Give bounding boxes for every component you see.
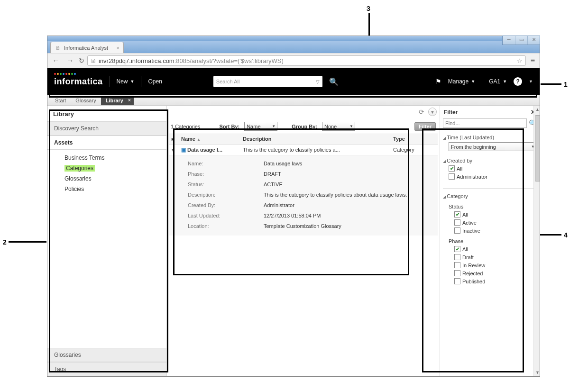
cb-createdby-administrator[interactable]: Administrator	[449, 173, 537, 180]
callout-3: 3	[367, 5, 370, 12]
tab-glossary[interactable]: Glossary	[71, 96, 101, 105]
filter-status-title: Status	[449, 204, 537, 209]
user-label: GA1	[489, 78, 500, 85]
filter-header: Filter ✕	[443, 107, 537, 118]
scrollbar-thumb[interactable]	[535, 115, 540, 181]
browser-tab-strip: Informatica Analyst ×	[47, 41, 540, 53]
detail-phase-value: DRAFT	[264, 171, 428, 177]
assets-list: Business Terms Categories Glossaries Pol…	[47, 150, 166, 197]
chevron-down-icon: ▼	[130, 79, 135, 84]
filter-group-time: Time (Last Updated) From the beginning	[443, 135, 537, 151]
cb-phase-published[interactable]: Published	[454, 278, 537, 284]
vertical-scrollbar[interactable]: ▲ ▼	[533, 106, 540, 376]
tab-close-icon[interactable]: ×	[128, 98, 131, 103]
filter-find-input[interactable]	[443, 118, 527, 128]
detail-updated-value: 12/27/2013 01:58:04 PM	[264, 213, 428, 218]
nav-item-business-terms[interactable]: Business Terms	[64, 154, 104, 161]
url-path: :8085/analyst/?wstate=('$ws':libraryWS)	[175, 57, 284, 64]
cb-phase-draft[interactable]: Draft	[454, 254, 537, 260]
filter-toggle-button[interactable]: Filter	[414, 122, 436, 131]
open-label: Open	[148, 78, 162, 85]
address-bar[interactable]: 🗎 invr28pdq7.informatica.com:8085/analys…	[87, 55, 526, 66]
scrollbar-down-icon[interactable]: ▼	[534, 369, 540, 376]
divider	[110, 76, 110, 87]
panel-actions-icon[interactable]: ▼	[428, 108, 437, 116]
row-collapse-icon[interactable]: ▾	[169, 145, 178, 155]
search-scope-dropdown-icon[interactable]: ▽	[316, 79, 320, 84]
nav-item-glossaries[interactable]: Glossaries	[64, 175, 92, 182]
chevron-down-icon: ▼	[471, 79, 475, 84]
notifications-flag-icon[interactable]: ⚑	[435, 78, 441, 85]
detail-createdby-label: Created By:	[188, 202, 264, 208]
maximize-button[interactable]: ▭	[515, 36, 527, 45]
category-icon: ▣	[181, 147, 186, 153]
detail-status-label: Status:	[188, 181, 264, 187]
filter-createdby-title[interactable]: Created by	[443, 158, 537, 163]
filter-title: Filter	[444, 109, 458, 116]
row-details: Name: Data usage laws Phase: DRAFT Statu…	[169, 156, 438, 236]
user-menu[interactable]: GA1 ▼	[489, 78, 507, 85]
browser-tab-active[interactable]: Informatica Analyst ×	[50, 42, 124, 53]
open-menu[interactable]: Open	[148, 78, 162, 85]
cb-status-all[interactable]: All	[454, 211, 537, 218]
cb-phase-rejected[interactable]: Rejected	[454, 270, 537, 276]
browser-menu-icon[interactable]: ≡	[529, 56, 537, 65]
chevron-down-icon[interactable]: ▼	[529, 79, 533, 84]
close-button[interactable]: ✕	[527, 36, 540, 45]
nav-item-categories[interactable]: Categories	[64, 165, 95, 172]
logo-text: informatica	[54, 77, 103, 86]
section-glossaries[interactable]: Glossaries	[47, 348, 166, 362]
refresh-icon[interactable]: ⟳	[419, 108, 424, 116]
detail-desc-value: This is the category to classify policie…	[264, 192, 428, 198]
section-discovery-search[interactable]: Discovery Search	[47, 121, 166, 136]
col-name[interactable]: Name ▲	[178, 134, 240, 144]
tab-library[interactable]: Library ×	[101, 96, 134, 105]
cb-status-inactive[interactable]: Inactive	[454, 227, 537, 234]
sort-by-label: Sort By:	[219, 124, 239, 129]
cb-phase-inreview[interactable]: In Review	[454, 262, 537, 268]
table-row[interactable]: ▾ ▣Data usage l... This is the category …	[169, 145, 438, 156]
cb-createdby-all[interactable]: All	[449, 165, 537, 172]
callout-1-line	[541, 83, 561, 85]
global-search-input[interactable]: Search All ▽	[213, 76, 322, 87]
sort-by-select[interactable]: Name	[244, 122, 277, 131]
detail-name-value: Data usage laws	[264, 161, 428, 166]
scrollbar-up-icon[interactable]: ▲	[534, 106, 540, 113]
cb-status-active[interactable]: Active	[454, 219, 537, 226]
section-tags[interactable]: Tags	[47, 362, 166, 376]
bookmark-star-icon[interactable]: ☆	[517, 57, 523, 64]
group-by-label: Group By:	[292, 124, 317, 129]
tab-start[interactable]: Start	[50, 96, 71, 105]
list-controls: 1 Categories Sort By: Name Group By: Non…	[169, 121, 438, 134]
divider	[443, 188, 537, 189]
row-name: ▣Data usage l...	[178, 145, 240, 155]
manage-menu[interactable]: Manage ▼	[448, 78, 475, 85]
nav-item-policies[interactable]: Policies	[64, 186, 84, 192]
col-description[interactable]: Description	[240, 134, 390, 144]
filter-phase-title: Phase	[449, 238, 537, 244]
chevron-down-icon: ▼	[503, 79, 507, 84]
detail-location-value: Template Customization Glossary	[264, 223, 428, 229]
minimize-button[interactable]: ─	[503, 36, 515, 45]
workspace-tabs: Start Glossary Library ×	[47, 95, 540, 106]
filter-panel: Filter ✕ 🔍 Time (Last Updated) From the …	[440, 106, 540, 376]
col-type[interactable]: Type	[390, 134, 438, 144]
new-menu[interactable]: New ▼	[117, 78, 135, 85]
filter-category-title[interactable]: Category	[443, 193, 537, 199]
forward-button[interactable]: →	[64, 56, 76, 65]
filter-find: 🔍	[443, 118, 537, 128]
back-button[interactable]: ←	[50, 56, 62, 65]
detail-createdby-value: Administrator	[264, 202, 428, 208]
divider	[482, 76, 482, 87]
help-icon[interactable]: ?	[514, 77, 522, 86]
filter-time-title[interactable]: Time (Last Updated)	[443, 135, 537, 140]
group-by-select[interactable]: None	[322, 122, 355, 131]
reload-button[interactable]: ↻	[79, 57, 84, 64]
filter-time-select[interactable]: From the beginning	[449, 142, 537, 151]
cb-phase-all[interactable]: All	[454, 246, 537, 252]
search-icon[interactable]: 🔍	[329, 77, 339, 86]
section-assets[interactable]: Assets	[47, 136, 166, 150]
filter-group-category: Category Status All Active Inactive Phas…	[443, 193, 537, 284]
detail-location-label: Location:	[188, 223, 264, 229]
browser-tab-close-icon[interactable]: ×	[117, 44, 119, 52]
